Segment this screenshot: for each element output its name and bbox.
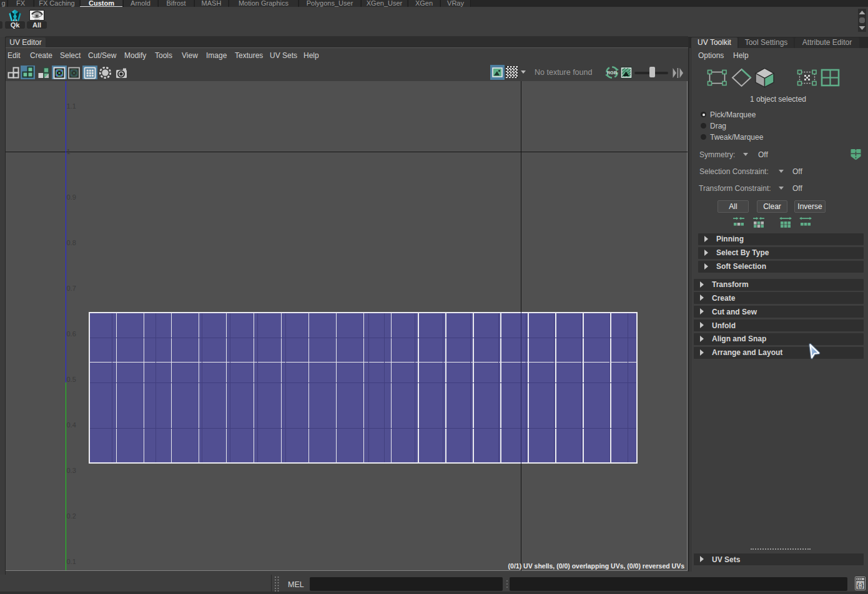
svg-text:RGB: RGB	[607, 70, 618, 75]
svg-text:{;}: {;}	[857, 582, 863, 588]
